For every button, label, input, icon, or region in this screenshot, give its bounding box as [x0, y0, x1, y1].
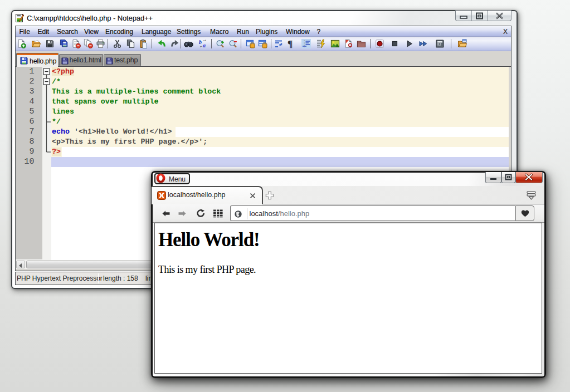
svg-text:a: a — [203, 42, 206, 48]
svg-text:¶: ¶ — [288, 39, 293, 48]
svg-text:b: b — [199, 39, 202, 45]
